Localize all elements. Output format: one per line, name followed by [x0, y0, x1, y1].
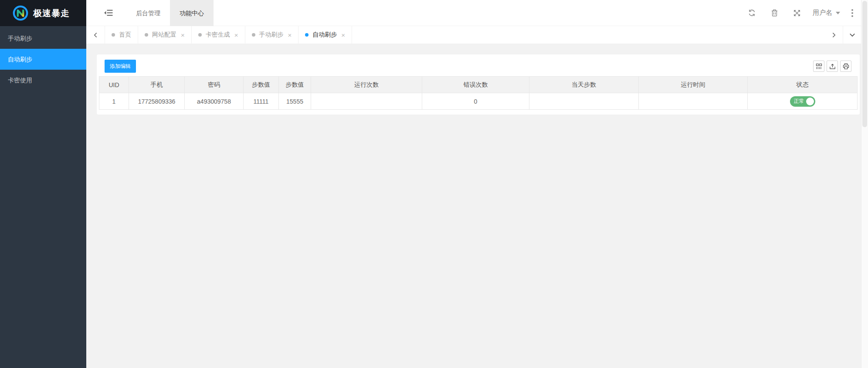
tab-label: 自动刷步: [312, 31, 337, 39]
close-tab-icon[interactable]: ×: [288, 32, 292, 38]
col-step-min: 步数值: [244, 77, 279, 93]
cell-uid: 1: [99, 93, 129, 110]
cell-error-count: 0: [422, 93, 529, 110]
chevron-down-icon: [849, 32, 855, 38]
tabs-scroll-right-button[interactable]: [824, 26, 843, 44]
close-tab-icon[interactable]: ×: [234, 32, 238, 38]
status-toggle[interactable]: 正常: [790, 96, 815, 107]
close-tab-icon[interactable]: ×: [341, 32, 345, 38]
table-container: UID 手机 密码 步数值 步数值 运行次数 错误次数 当天步数 运行时间 状态: [97, 73, 860, 115]
col-today-steps: 当天步数: [529, 77, 639, 93]
col-phone: 手机: [129, 77, 185, 93]
tabbar-spacer: [352, 26, 824, 44]
card-toolbar: 添加编辑: [97, 54, 860, 73]
columns-grid-icon: [816, 63, 822, 70]
cell-today-steps: [529, 93, 639, 110]
collapse-sidebar-button[interactable]: [104, 0, 113, 26]
col-uid: UID: [99, 77, 129, 93]
refresh-button[interactable]: [740, 0, 763, 26]
tab-site-config[interactable]: 网站配置 ×: [138, 26, 192, 44]
fullscreen-button[interactable]: [786, 0, 808, 26]
trash-icon: [771, 9, 778, 17]
tab-dot-icon: [305, 33, 309, 37]
sidebar: 极速暴走 手动刷步 自动刷步 卡密使用: [0, 0, 86, 368]
status-toggle-knob: [806, 98, 814, 105]
tab-auto-steps[interactable]: 自动刷步 ×: [298, 26, 352, 44]
user-menu[interactable]: 用户名: [808, 0, 844, 26]
cell-step-min: 11111: [244, 93, 279, 110]
tabs-menu-button[interactable]: [843, 26, 861, 44]
more-options-button[interactable]: [844, 0, 860, 26]
chevron-down-icon: [836, 12, 840, 14]
export-button[interactable]: [827, 61, 838, 72]
sidebar-item-manual-steps[interactable]: 手动刷步: [0, 28, 86, 49]
col-password: 密码: [185, 77, 244, 93]
table-row: 1 17725809336 a493009758 11111 15555 0: [99, 93, 858, 110]
data-card: 添加编辑: [97, 54, 860, 115]
logo: 极速暴走: [0, 0, 86, 26]
vertical-scrollbar[interactable]: [861, 0, 868, 368]
tabs-scroll-left-button[interactable]: [86, 26, 105, 44]
tab-dot-icon: [198, 33, 202, 37]
app-root: 极速暴走 手动刷步 自动刷步 卡密使用 后台管理 功能中: [0, 0, 868, 368]
tab-dot-icon: [252, 33, 255, 37]
scrollbar-thumb[interactable]: [862, 1, 867, 127]
cell-step-max: 15555: [279, 93, 311, 110]
cell-run-time: [639, 93, 748, 110]
more-vertical-icon: [851, 9, 853, 11]
col-run-time: 运行时间: [639, 77, 748, 93]
sidebar-menu: 手动刷步 自动刷步 卡密使用: [0, 26, 86, 91]
data-table: UID 手机 密码 步数值 步数值 运行次数 错误次数 当天步数 运行时间 状态: [99, 76, 858, 110]
refresh-icon: [748, 9, 756, 17]
cell-phone: 17725809336: [129, 93, 185, 110]
sidebar-item-card-usage[interactable]: 卡密使用: [0, 70, 86, 91]
print-icon: [843, 63, 849, 70]
table-tools: [813, 61, 851, 72]
col-status: 状态: [748, 77, 858, 93]
chevron-left-icon: [93, 32, 98, 38]
filter-columns-button[interactable]: [813, 61, 824, 72]
topbar: 后台管理 功能中心: [86, 0, 868, 26]
print-button[interactable]: [840, 61, 851, 72]
cell-password: a493009758: [185, 93, 244, 110]
add-edit-button[interactable]: 添加编辑: [105, 60, 136, 73]
tab-label: 首页: [119, 31, 131, 39]
tab-manual-steps[interactable]: 手动刷步 ×: [245, 26, 299, 44]
chevron-right-icon: [831, 32, 837, 38]
tab-card-generate[interactable]: 卡密生成 ×: [192, 26, 245, 44]
clear-cache-button[interactable]: [763, 0, 786, 26]
tabs-strip: 首页 网站配置 × 卡密生成 × 手动刷步 ×: [105, 26, 352, 44]
topnav-item-backend[interactable]: 后台管理: [126, 0, 170, 26]
topnav-item-function-center[interactable]: 功能中心: [170, 0, 214, 26]
tab-home[interactable]: 首页: [105, 26, 138, 44]
cell-run-count: [311, 93, 422, 110]
tabbar: 首页 网站配置 × 卡密生成 × 手动刷步 ×: [86, 26, 868, 44]
export-icon: [829, 63, 836, 70]
table-header-row: UID 手机 密码 步数值 步数值 运行次数 错误次数 当天步数 运行时间 状态: [99, 77, 858, 93]
col-error-count: 错误次数: [422, 77, 529, 93]
tab-label: 手动刷步: [259, 31, 284, 39]
content-area: 添加编辑: [86, 44, 868, 368]
main-area: 后台管理 功能中心: [86, 0, 868, 368]
status-toggle-label: 正常: [794, 98, 804, 105]
tab-label: 卡密生成: [206, 31, 230, 39]
sidebar-item-auto-steps[interactable]: 自动刷步: [0, 49, 86, 70]
collapse-sidebar-icon: [104, 10, 113, 16]
tab-dot-icon: [112, 33, 115, 37]
app-title: 极速暴走: [33, 7, 70, 19]
logo-icon: [12, 5, 29, 21]
col-run-count: 运行次数: [311, 77, 422, 93]
close-tab-icon[interactable]: ×: [181, 32, 185, 38]
cell-status: 正常: [748, 93, 858, 110]
username-label: 用户名: [813, 9, 832, 17]
tab-dot-icon: [145, 33, 148, 37]
tab-label: 网站配置: [152, 31, 176, 39]
col-step-max: 步数值: [279, 77, 311, 93]
fullscreen-icon: [793, 10, 800, 17]
